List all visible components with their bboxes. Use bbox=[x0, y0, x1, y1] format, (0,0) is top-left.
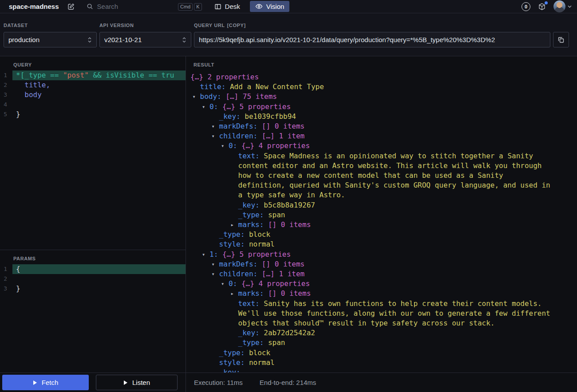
code-line[interactable]: 1{ bbox=[0, 264, 186, 274]
compose-icon bbox=[67, 3, 75, 11]
end-to-end-time: End-to-end: 214ms bbox=[260, 379, 316, 386]
json-key: 0: bbox=[229, 279, 237, 288]
params-editor[interactable]: 1{23} bbox=[0, 264, 186, 294]
query-url-value: https://5k9qefjb.api.sanity.io/v2021-10-… bbox=[199, 36, 495, 43]
resources-count-badge[interactable]: 0 bbox=[522, 2, 530, 11]
expand-arrow-icon[interactable]: ▸ bbox=[231, 289, 234, 298]
json-key: 0: bbox=[229, 141, 237, 150]
listen-button[interactable]: Listen bbox=[96, 375, 178, 390]
tab-desk-label: Desk bbox=[225, 3, 240, 10]
copy-icon bbox=[557, 36, 565, 43]
collapse-arrow-icon[interactable]: ▾ bbox=[202, 102, 205, 112]
tab-vision-label: Vision bbox=[266, 3, 285, 10]
code-line[interactable]: 2 bbox=[0, 274, 186, 284]
json-row: ▾markDefs: [] 0 items bbox=[186, 122, 577, 131]
dataset-value: production bbox=[8, 36, 40, 43]
package-button[interactable] bbox=[538, 3, 546, 11]
json-row: style: normal bbox=[186, 239, 577, 249]
eye-icon bbox=[255, 3, 263, 10]
copy-button[interactable] bbox=[553, 32, 569, 47]
collapse-arrow-icon[interactable]: ▾ bbox=[221, 141, 224, 151]
json-row: _key: b5c8b8a19267 bbox=[186, 200, 577, 210]
code-text: title, bbox=[12, 80, 186, 90]
code-line[interactable]: 2 title, bbox=[0, 80, 186, 90]
code-line[interactable]: 4 bbox=[0, 100, 186, 110]
compose-button[interactable] bbox=[65, 1, 77, 12]
line-number: 2 bbox=[0, 274, 12, 284]
collapse-arrow-icon[interactable]: ▾ bbox=[212, 131, 215, 141]
json-row: _key: 2ab72d2542a2 bbox=[186, 328, 577, 338]
collapse-arrow-icon[interactable]: ▾ bbox=[202, 250, 205, 259]
code-text: *[_type == "post" && isVisible == tru bbox=[12, 71, 186, 80]
line-number: 1 bbox=[0, 71, 12, 80]
code-line[interactable]: 3} bbox=[0, 284, 186, 294]
code-text: } bbox=[12, 284, 186, 294]
api-version-select[interactable]: v2021-10-21 bbox=[99, 32, 191, 47]
tab-vision[interactable]: Vision bbox=[250, 1, 290, 12]
collapse-arrow-icon[interactable]: ▾ bbox=[193, 92, 196, 102]
expand-arrow-icon[interactable]: ▸ bbox=[231, 220, 234, 230]
collapse-arrow-icon[interactable]: ▾ bbox=[212, 259, 215, 269]
code-line[interactable]: 3 body bbox=[0, 90, 186, 100]
json-value: be1039cfbb94 bbox=[245, 112, 296, 121]
query-url-input[interactable]: https://5k9qefjb.api.sanity.io/v2021-10-… bbox=[194, 32, 550, 47]
line-number: 3 bbox=[0, 284, 12, 294]
json-value: Space Madness is an opinionated way to s… bbox=[238, 152, 550, 200]
dataset-field: DATASET production bbox=[4, 23, 97, 56]
json-key: _key: bbox=[238, 201, 260, 209]
search-input[interactable]: Search CmdK bbox=[84, 1, 205, 12]
query-editor[interactable]: 1*[_type == "post" && isVisible == tru2 … bbox=[0, 71, 186, 119]
tab-desk[interactable]: Desk bbox=[209, 1, 245, 12]
json-row: _key: be1039cfbb94 bbox=[186, 112, 577, 122]
search-icon bbox=[87, 3, 93, 10]
api-version-field: API VERSION v2021-10-21 bbox=[99, 23, 191, 56]
workspace-title: space-madness bbox=[9, 3, 59, 10]
json-row: ▾0: {…} 5 properties bbox=[186, 102, 577, 112]
user-menu[interactable] bbox=[553, 0, 572, 12]
json-row: ▾0: {…} 4 properties bbox=[186, 141, 577, 151]
copy-url-link[interactable]: [COPY] bbox=[227, 23, 246, 28]
json-row: ▾1: {…} 5 properties bbox=[186, 250, 577, 259]
left-panel: QUERY 1*[_type == "post" && isVisible ==… bbox=[0, 56, 186, 372]
navbar-right: 0 bbox=[522, 0, 572, 12]
json-value: Sanity has its own functions to help cre… bbox=[238, 299, 550, 327]
json-value: normal bbox=[249, 240, 275, 248]
json-value: b5c8b8a19267 bbox=[264, 201, 315, 209]
code-text: { bbox=[12, 264, 186, 274]
json-key: 1: bbox=[209, 250, 218, 259]
json-row: title: Add a New Content Type bbox=[186, 82, 577, 92]
code-line[interactable]: 5} bbox=[0, 110, 186, 119]
collapse-arrow-icon[interactable]: ▾ bbox=[221, 279, 224, 289]
collapse-arrow-icon[interactable]: ▾ bbox=[212, 122, 215, 131]
dataset-select[interactable]: production bbox=[4, 32, 97, 47]
json-row: ▾children: […] 1 item bbox=[186, 269, 577, 279]
json-meta: {…} 2 properties bbox=[190, 73, 259, 81]
json-row: ▾children: […] 1 item bbox=[186, 131, 577, 141]
json-key: 0: bbox=[209, 102, 218, 111]
json-meta: [] 0 items bbox=[262, 260, 304, 268]
json-meta: {…} 5 properties bbox=[222, 102, 291, 111]
json-row: ▾0: {…} 4 properties bbox=[186, 279, 577, 289]
fetch-button[interactable]: Fetch bbox=[2, 375, 89, 390]
line-number: 3 bbox=[0, 90, 12, 100]
kbd-cmd: Cmd bbox=[178, 3, 193, 11]
code-line[interactable]: 1*[_type == "post" && isVisible == tru bbox=[0, 71, 186, 80]
json-key: text: bbox=[238, 152, 260, 160]
code-text bbox=[12, 100, 186, 110]
json-key: children: bbox=[219, 132, 258, 140]
result-tree: {…} 2 propertiestitle: Add a New Content… bbox=[186, 71, 577, 372]
code-text: } bbox=[12, 110, 186, 119]
search-placeholder: Search bbox=[97, 3, 173, 10]
json-key: style: bbox=[219, 358, 245, 367]
play-icon bbox=[123, 380, 128, 385]
controls-bar: DATASET production API VERSION v2021-10-… bbox=[0, 13, 577, 56]
json-meta: {…} 5 properties bbox=[222, 250, 291, 259]
execution-time: Execution: 11ms bbox=[194, 379, 243, 386]
desk-icon bbox=[214, 3, 221, 10]
select-chevrons-icon bbox=[182, 36, 186, 43]
json-row: {…} 2 properties bbox=[186, 72, 577, 82]
line-number: 2 bbox=[0, 80, 12, 90]
notification-dot bbox=[545, 1, 548, 4]
collapse-arrow-icon[interactable]: ▾ bbox=[212, 269, 215, 279]
json-key: body: bbox=[200, 92, 221, 101]
